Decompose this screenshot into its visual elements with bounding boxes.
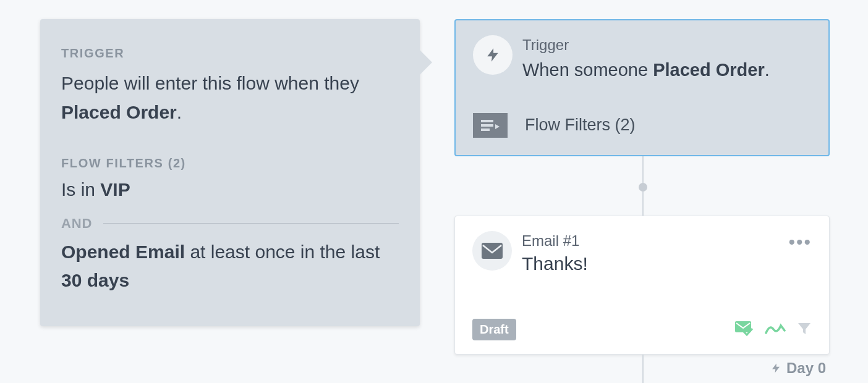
email-subject: Thanks! bbox=[522, 253, 588, 274]
trigger-description: People will enter this flow when they Pl… bbox=[61, 69, 399, 127]
email-status-icons bbox=[735, 321, 812, 339]
flow-filters-section-label: FLOW FILTERS (2) bbox=[61, 156, 399, 170]
and-divider bbox=[103, 223, 399, 224]
trigger-card-label: Trigger bbox=[522, 35, 770, 54]
filter2-bold2: 30 days bbox=[61, 270, 129, 290]
svg-marker-3 bbox=[495, 124, 500, 129]
lightning-small-icon bbox=[770, 361, 781, 375]
trigger-body-bold: Placed Order bbox=[653, 60, 765, 80]
connector-dot[interactable] bbox=[639, 183, 647, 192]
svg-rect-2 bbox=[481, 128, 490, 131]
trigger-text-bold: Placed Order bbox=[61, 102, 177, 122]
svg-rect-4 bbox=[482, 243, 503, 259]
filter2-mid: at least once in the last bbox=[185, 242, 380, 262]
and-label: AND bbox=[61, 216, 92, 232]
status-badge: Draft bbox=[472, 319, 516, 340]
delivered-icon[interactable] bbox=[735, 321, 754, 339]
more-menu-icon[interactable]: ••• bbox=[788, 237, 812, 246]
filter-list-icon bbox=[473, 113, 508, 138]
trigger-section-label: TRIGGER bbox=[61, 46, 399, 61]
svg-rect-0 bbox=[481, 120, 493, 122]
trigger-text-post: . bbox=[177, 102, 182, 122]
filter2-bold1: Opened Email bbox=[61, 242, 185, 262]
svg-rect-5 bbox=[735, 321, 751, 332]
email-icon bbox=[472, 231, 512, 271]
trigger-card-body: When someone Placed Order. bbox=[522, 58, 770, 82]
trigger-body-post: . bbox=[765, 60, 770, 80]
filter-line-1: Is in VIP bbox=[61, 175, 399, 204]
email-card-label: Email #1 bbox=[522, 231, 588, 250]
and-separator: AND bbox=[61, 216, 399, 232]
connector-line-2 bbox=[642, 355, 644, 383]
flow-filters-text: Flow Filters (2) bbox=[525, 116, 636, 135]
trigger-card[interactable]: Trigger When someone Placed Order. Flow … bbox=[454, 19, 830, 156]
trigger-body-pre: When someone bbox=[522, 60, 653, 80]
analytics-icon[interactable] bbox=[765, 322, 786, 338]
trigger-tooltip: TRIGGER People will enter this flow when… bbox=[40, 19, 420, 326]
trigger-text-pre: People will enter this flow when they bbox=[61, 73, 359, 93]
email-card[interactable]: Email #1 Thanks! ••• Draft bbox=[454, 216, 830, 355]
filter1-bold: VIP bbox=[100, 179, 130, 200]
filter-line-2: Opened Email at least once in the last 3… bbox=[61, 238, 399, 295]
flow-filters-row[interactable]: Flow Filters (2) bbox=[473, 113, 811, 138]
day-label: Day 0 bbox=[770, 360, 826, 377]
filter1-pre: Is in bbox=[61, 179, 100, 200]
lightning-icon bbox=[473, 35, 513, 75]
day-label-text: Day 0 bbox=[786, 360, 826, 377]
filter-funnel-icon[interactable] bbox=[797, 321, 812, 339]
svg-rect-1 bbox=[481, 124, 493, 127]
